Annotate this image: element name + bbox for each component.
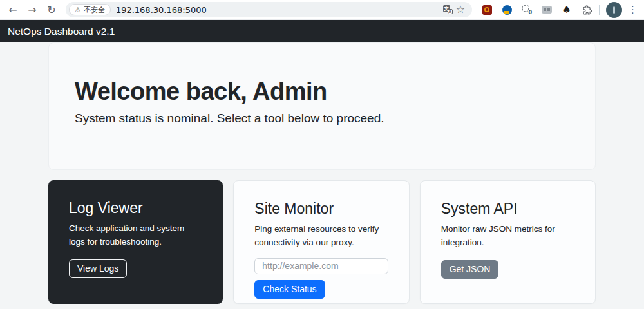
card-log-viewer-title: Log Viewer — [69, 200, 202, 217]
browser-menu-icon[interactable]: ⋮ — [628, 5, 638, 15]
view-logs-button[interactable]: View Logs — [69, 259, 127, 278]
welcome-hero: Welcome back, Admin System status is nom… — [48, 42, 596, 170]
navbar-brand[interactable]: NetOps Dashboard v2.1 — [8, 26, 115, 37]
extension-spade-icon[interactable]: ♠ — [561, 4, 573, 15]
security-chip-label: 不安全 — [84, 5, 105, 15]
extension-counter-icon[interactable]: 0 — [521, 4, 533, 15]
extensions-row: 0 ♠ — [481, 4, 592, 15]
card-site-monitor-description: Ping external resources to verify connec… — [254, 223, 388, 250]
site-security-chip[interactable]: ⚠ 不安全 — [69, 4, 111, 15]
extension-badge: 0 — [528, 10, 532, 15]
reload-icon[interactable]: ↻ — [44, 2, 59, 17]
url-text[interactable]: 192.168.30.168:5000 — [116, 5, 441, 15]
extension-red-icon[interactable] — [481, 4, 493, 15]
tool-cards-row: Log Viewer Check application and system … — [48, 180, 596, 304]
address-bar[interactable]: ⚠ 不安全 192.168.30.168:5000 文 A ☆ — [66, 2, 472, 17]
back-icon[interactable]: ← — [5, 2, 21, 17]
forward-icon[interactable]: → — [24, 2, 40, 17]
card-system-api: System API Monitor raw JSON metrics for … — [420, 180, 596, 304]
profile-avatar[interactable] — [606, 2, 622, 18]
card-log-viewer: Log Viewer Check application and system … — [48, 180, 223, 304]
card-log-viewer-description: Check application and system logs for tr… — [69, 222, 202, 249]
extensions-puzzle-icon[interactable] — [581, 4, 592, 15]
check-status-button[interactable]: Check Status — [254, 280, 325, 299]
page-body: Welcome back, Admin System status is nom… — [0, 42, 644, 309]
browser-toolbar: ← → ↻ ⚠ 不安全 192.168.30.168:5000 文 A ☆ 0 — [0, 0, 644, 20]
translate-icon[interactable]: 文 A — [441, 3, 454, 16]
site-url-input[interactable] — [254, 258, 388, 274]
translate-sub-glyph: A — [448, 9, 453, 14]
card-system-api-title: System API — [441, 200, 574, 218]
extension-blue-icon[interactable] — [501, 4, 513, 15]
page-title: Welcome back, Admin — [75, 78, 569, 106]
get-json-button[interactable]: Get JSON — [441, 260, 499, 279]
card-site-monitor-title: Site Monitor — [254, 200, 388, 218]
app-navbar: NetOps Dashboard v2.1 — [0, 20, 644, 42]
bookmark-star-icon[interactable]: ☆ — [454, 3, 467, 16]
card-system-api-description: Monitor raw JSON metrics for integration… — [441, 223, 574, 250]
page-subtitle: System status is nominal. Select a tool … — [75, 111, 569, 126]
puzzle-glyph — [582, 5, 592, 15]
card-site-monitor: Site Monitor Ping external resources to … — [233, 180, 409, 304]
toolbar-divider — [599, 5, 600, 15]
warning-icon: ⚠ — [75, 6, 81, 14]
extension-robot-icon[interactable] — [541, 4, 553, 15]
